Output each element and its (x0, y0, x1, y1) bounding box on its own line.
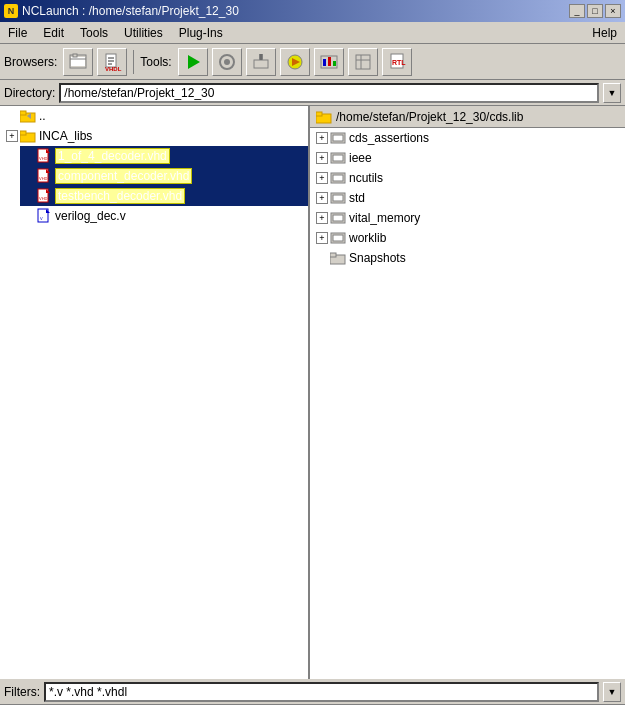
item-label-worklib: worklib (349, 231, 386, 245)
directory-dropdown[interactable]: ▼ (603, 83, 621, 103)
svg-text:VHDL: VHDL (105, 66, 122, 72)
directory-input[interactable] (59, 83, 599, 103)
window-title: NCLaunch : /home/stefan/Projekt_12_30 (22, 4, 239, 18)
svg-text:RTL: RTL (392, 59, 406, 66)
svg-rect-12 (254, 60, 268, 68)
folder-up-icon (20, 110, 36, 123)
list-item-decoder1[interactable]: VHD 1_of_4_decoder.vhd (20, 146, 308, 166)
lib-icon-worklib (330, 230, 346, 246)
list-item-std[interactable]: + std (314, 188, 625, 208)
svg-rect-27 (20, 111, 26, 115)
item-label-snapshots: Snapshots (349, 251, 406, 265)
menu-tools[interactable]: Tools (76, 25, 112, 41)
svg-rect-50 (333, 175, 343, 181)
filters-input[interactable] (44, 682, 599, 702)
item-label-vital-memory: vital_memory (349, 211, 420, 225)
svg-marker-9 (188, 55, 200, 69)
item-label-cds-assertions: cds_assertions (349, 131, 429, 145)
expand-btn-worklib[interactable]: + (316, 232, 328, 244)
menu-edit[interactable]: Edit (39, 25, 68, 41)
lib-icon-vital (330, 210, 346, 226)
expand-btn-std[interactable]: + (316, 192, 328, 204)
svg-text:VHD: VHD (39, 176, 48, 181)
expand-btn-cds[interactable]: + (316, 132, 328, 144)
list-item-worklib[interactable]: + worklib (314, 228, 625, 248)
svg-rect-54 (333, 215, 343, 221)
svg-rect-52 (333, 195, 343, 201)
minimize-button[interactable]: _ (569, 4, 585, 18)
tools-label: Tools: (140, 55, 171, 69)
browsers-label: Browsers: (4, 55, 57, 69)
svg-point-11 (224, 59, 230, 65)
item-label-std: std (349, 191, 365, 205)
tools-btn-3[interactable] (246, 48, 276, 76)
directory-bar: Directory: ▼ (0, 80, 625, 106)
list-item-vital-memory[interactable]: + vital_memory (314, 208, 625, 228)
folder-icon-snapshots (330, 252, 346, 265)
expand-btn-inca-libs[interactable]: + (6, 130, 18, 142)
item-label-ieee: ieee (349, 151, 372, 165)
item-label-decoder1: 1_of_4_decoder.vhd (55, 148, 170, 164)
list-item-verilog[interactable]: V verilog_dec.v (20, 206, 308, 226)
list-item-snapshots[interactable]: Snapshots (314, 248, 625, 268)
tools-btn-6[interactable] (348, 48, 378, 76)
filters-dropdown[interactable]: ▼ (603, 682, 621, 702)
browser-btn-1[interactable] (63, 48, 93, 76)
svg-text:V: V (40, 216, 43, 221)
lib-icon-ieee (330, 150, 346, 166)
browser-btn-2[interactable]: VHDL (97, 48, 127, 76)
svg-rect-48 (333, 155, 343, 161)
title-bar-left: N NCLaunch : /home/stefan/Projekt_12_30 (4, 4, 239, 18)
app-icon: N (4, 4, 18, 18)
menu-bar: File Edit Tools Utilities Plug-Ins Help (0, 22, 625, 44)
list-item-cds-assertions[interactable]: + cds_assertions (314, 128, 625, 148)
item-label-ncutils: ncutils (349, 171, 383, 185)
menu-utilities[interactable]: Utilities (120, 25, 167, 41)
list-item-ieee[interactable]: + ieee (314, 148, 625, 168)
tools-btn-7[interactable]: RTL (382, 48, 412, 76)
menu-help[interactable]: Help (588, 25, 621, 41)
right-panel-header: /home/stefan/Projekt_12_30/cds.lib (310, 106, 625, 128)
maximize-button[interactable]: □ (587, 4, 603, 18)
svg-text:VHD: VHD (39, 156, 48, 161)
svg-rect-44 (316, 112, 322, 116)
svg-rect-46 (333, 135, 343, 141)
tools-btn-5[interactable] (314, 48, 344, 76)
expand-btn-ieee[interactable]: + (316, 152, 328, 164)
item-label-comp-decoder: component_decoder.vhd (55, 168, 192, 184)
title-bar-controls: _ □ × (569, 4, 621, 18)
tools-btn-4[interactable] (280, 48, 310, 76)
item-label-verilog: verilog_dec.v (55, 209, 126, 223)
expand-btn-vital[interactable]: + (316, 212, 328, 224)
list-item-comp-decoder[interactable]: VHD component_decoder.vhd (20, 166, 308, 186)
list-item-inca-libs[interactable]: + INCA_libs (4, 126, 308, 146)
tools-btn-2[interactable] (212, 48, 242, 76)
svg-rect-21 (356, 55, 370, 69)
lib-icon-ncutils (330, 170, 346, 186)
vhd-file-icon-3: VHD (36, 188, 52, 204)
svg-rect-1 (71, 57, 85, 66)
vhd-file-icon-1: VHD (36, 148, 52, 164)
item-label-dotdot: .. (39, 109, 46, 123)
svg-rect-56 (333, 235, 343, 241)
panels-row: .. + INCA_libs (0, 106, 625, 679)
left-panel: .. + INCA_libs (0, 106, 310, 679)
close-button[interactable]: × (605, 4, 621, 18)
list-item-testbench[interactable]: VHD testbench_decoder.vhd (20, 186, 308, 206)
menu-plugins[interactable]: Plug-Ins (175, 25, 227, 41)
list-item-ncutils[interactable]: + ncutils (314, 168, 625, 188)
menu-file[interactable]: File (4, 25, 31, 41)
title-bar: N NCLaunch : /home/stefan/Projekt_12_30 … (0, 0, 625, 22)
right-panel: /home/stefan/Projekt_12_30/cds.lib + cds… (310, 106, 625, 679)
expand-btn-ncutils[interactable]: + (316, 172, 328, 184)
toolbar-sep-1 (133, 50, 134, 74)
tools-btn-1[interactable] (178, 48, 208, 76)
main-wrapper: .. + INCA_libs (0, 106, 625, 705)
svg-rect-19 (328, 57, 331, 66)
toolbar: Browsers: VHDL Tools: (0, 44, 625, 80)
svg-rect-30 (20, 131, 26, 135)
svg-rect-3 (73, 54, 77, 57)
lib-path-icon (316, 109, 336, 123)
list-item-dotdot[interactable]: .. (4, 106, 308, 126)
item-label-inca-libs: INCA_libs (39, 129, 92, 143)
